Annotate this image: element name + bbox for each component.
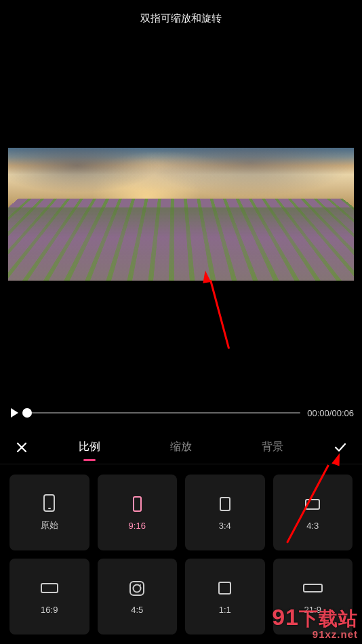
ratio-9-16[interactable]: 9:16	[98, 475, 178, 550]
ratio-16-9[interactable]: 16:9	[9, 559, 89, 635]
close-icon	[15, 441, 28, 454]
ratio-label: 1:1	[219, 605, 231, 615]
rect-16-9-icon	[41, 579, 58, 598]
video-preview[interactable]	[8, 31, 354, 397]
tab-ratio[interactable]: 比例	[79, 436, 100, 458]
phone-icon	[43, 494, 55, 512]
hint-text: 双指可缩放和旋转	[0, 12, 362, 25]
rect-4-3-icon	[305, 495, 320, 514]
tab-zoom[interactable]: 缩放	[170, 436, 192, 458]
ratio-label: 4:5	[131, 605, 143, 615]
rect-3-4-icon	[220, 495, 230, 514]
ratio-label: 4:3	[306, 521, 319, 531]
instagram-icon	[129, 579, 144, 598]
preview-image	[8, 148, 354, 281]
time-display: 00:00/00:06	[307, 408, 354, 418]
ratio-label: 16:9	[41, 605, 58, 615]
ratio-label: 9:16	[129, 521, 146, 531]
rect-9-16-icon	[133, 495, 142, 514]
rect-21-9-icon	[303, 579, 323, 598]
playback-bar: 00:00/00:06	[8, 403, 354, 422]
ratio-label: 原始	[41, 519, 58, 531]
ratio-4-3[interactable]: 4:3	[273, 475, 353, 550]
ratio-grid: 原始 9:16 3:4 4:3 16:9 4:5 1:1 21:9	[9, 475, 353, 635]
check-icon	[332, 439, 348, 456]
ratio-4-5[interactable]: 4:5	[98, 559, 178, 635]
play-icon	[8, 407, 20, 419]
confirm-button[interactable]	[328, 439, 353, 456]
tab-background[interactable]: 背景	[262, 436, 283, 458]
progress-thumb[interactable]	[22, 408, 32, 418]
ratio-1-1[interactable]: 1:1	[185, 559, 265, 635]
rect-1-1-icon	[218, 579, 231, 598]
ratio-label: 21:9	[304, 605, 321, 615]
play-button[interactable]	[8, 407, 20, 419]
ratio-3-4[interactable]: 3:4	[185, 475, 265, 550]
ratio-21-9[interactable]: 21:9	[273, 559, 353, 635]
tabs-bar: 比例 缩放 背景	[0, 430, 362, 464]
close-button[interactable]	[9, 441, 34, 454]
ratio-label: 3:4	[219, 521, 231, 531]
ratio-original[interactable]: 原始	[9, 475, 89, 550]
progress-bar[interactable]	[27, 412, 300, 414]
